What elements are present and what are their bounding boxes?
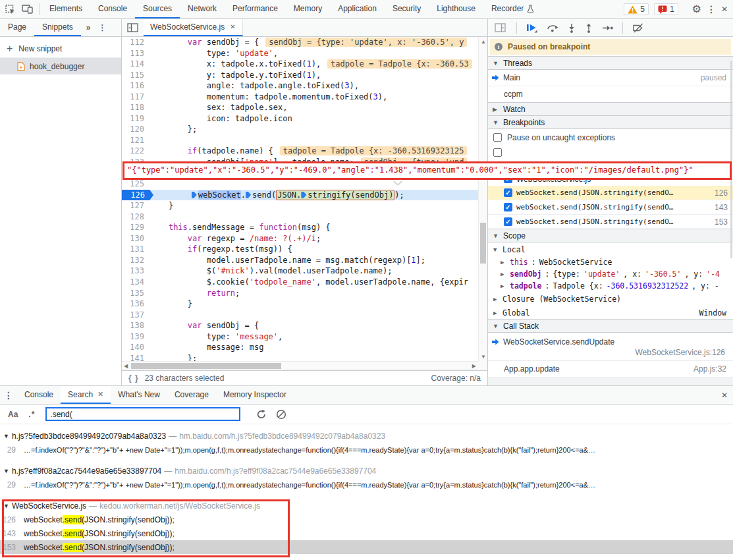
twisty-open-icon[interactable]: ▼ <box>3 468 9 474</box>
line-number[interactable]: 125 <box>122 179 149 190</box>
code-line[interactable]: 125 <box>122 179 487 190</box>
line-number[interactable]: 113 <box>122 48 149 59</box>
code-line[interactable]: 128 <box>122 211 487 223</box>
drawer-tab-what-s-new[interactable]: What's New <box>111 386 167 404</box>
line-number[interactable]: 112 <box>122 37 149 48</box>
code-line[interactable]: 135 return; <box>122 288 487 299</box>
code-lines[interactable]: 112 var sendObj = {sendObj = {type: 'upd… <box>122 37 487 361</box>
match-case-toggle[interactable]: Aa <box>8 410 18 419</box>
line-number[interactable]: 122 <box>122 146 149 157</box>
inline-step-marker-icon[interactable] <box>192 192 197 198</box>
search-match-row[interactable]: 29…=f.indexOf("?")?"&":"?")+"b"+ +new Da… <box>0 443 733 457</box>
navigator-tab-page[interactable]: Page <box>0 19 34 36</box>
horizontal-scroll-thumb[interactable] <box>131 363 281 369</box>
search-match-row[interactable]: 29…=f.indexOf("?")?"&":"?")+"b"+ +new Da… <box>0 478 733 491</box>
breakpoint-file-group[interactable]: ✓ WebSocketService.js <box>488 179 733 186</box>
call-stack-frame[interactable]: App.app.updateApp.js:32 <box>488 360 733 378</box>
code-line[interactable]: 130 var regexp = /name: ?(.+)/i; <box>122 233 487 244</box>
breakpoint-entry[interactable]: ✓webSocket.send(JSON.stringify(sendO…153 <box>488 215 733 229</box>
settings-icon[interactable]: ⚙ <box>692 4 701 14</box>
code-line[interactable]: 114 x: tadpole.x.toFixed(1),tadpole = Ta… <box>122 59 487 70</box>
code-line[interactable]: 115 y: tadpole.y.toFixed(1), <box>122 70 487 81</box>
snippet-item[interactable]: hook_debugger <box>0 58 121 74</box>
clear-search-icon[interactable] <box>276 409 286 420</box>
line-number[interactable]: 117 <box>122 92 149 103</box>
hide-navigator-icon[interactable] <box>122 19 144 36</box>
step-over-icon[interactable] <box>547 23 558 32</box>
twisty-closed-icon[interactable]: ▶ <box>493 296 499 302</box>
more-options-icon[interactable]: ⋮ <box>707 5 716 14</box>
tab-memory[interactable]: Memory <box>286 0 330 18</box>
scroll-down-icon[interactable]: ▼ <box>479 354 488 360</box>
code-line[interactable]: 112 var sendObj = {sendObj = {type: 'upd… <box>122 37 487 48</box>
breakpoint-entry[interactable]: ✓webSocket.send(JSON.stringify(sendO…143 <box>488 200 733 215</box>
search-result-file-header[interactable]: ▼h.js?eff9f08a2cac7544e9a6e65e33897704 —… <box>0 464 733 478</box>
line-number[interactable]: 138 <box>122 320 149 331</box>
search-input[interactable] <box>45 407 240 421</box>
format-code-icon[interactable]: { } <box>128 374 139 383</box>
line-number[interactable]: 118 <box>122 102 149 113</box>
checkbox-checked-icon[interactable]: ✓ <box>504 203 512 211</box>
code-line[interactable]: 119 icon: tadpole.icon <box>122 113 487 125</box>
code-line[interactable]: 113 type: 'update', <box>122 48 487 59</box>
watch-section-header[interactable]: ▶ Watch <box>488 102 733 116</box>
search-match-row[interactable]: 126webSocket.send(JSON.stringify(sendObj… <box>0 513 733 526</box>
code-line[interactable]: 141 }; <box>122 353 487 361</box>
line-number[interactable]: 121 <box>122 135 149 146</box>
inspect-element-icon[interactable] <box>5 5 15 14</box>
line-number[interactable]: 133 <box>122 266 149 277</box>
code-line[interactable]: 133 $('#nick').val(model.userTadpole.nam… <box>122 266 487 277</box>
twisty-open-icon[interactable]: ▼ <box>3 503 9 509</box>
line-number[interactable]: 132 <box>122 255 149 266</box>
pause-on-uncaught-checkbox-row[interactable]: Pause on uncaught exceptions <box>488 129 733 146</box>
code-line[interactable]: 137 <box>122 310 487 321</box>
line-number[interactable]: 130 <box>122 233 149 244</box>
twisty-closed-icon[interactable]: ▶ <box>501 283 506 289</box>
close-devtools-icon[interactable]: ✕ <box>721 5 728 13</box>
code-line[interactable]: 116 angle: tadpole.angle.toFixed(3), <box>122 80 487 92</box>
checkbox-unchecked-icon[interactable] <box>493 133 502 142</box>
panel-scrollbar[interactable] <box>730 61 732 258</box>
close-drawer-icon[interactable]: ✕ <box>721 386 728 404</box>
tab-elements[interactable]: Elements <box>41 0 90 18</box>
code-line[interactable]: 118 sex: tadpole.sex, <box>122 102 487 113</box>
close-tab-icon[interactable]: ✕ <box>230 24 235 30</box>
code-line[interactable]: 140 message: msg <box>122 342 487 353</box>
search-match-row[interactable]: 143webSocket.send(JSON.stringify(sendObj… <box>0 526 733 540</box>
code-line[interactable]: 127 } <box>122 200 487 211</box>
drawer-more-icon[interactable]: ⋮ <box>0 386 17 404</box>
search-result-file-header[interactable]: ▼h.js?5fedb3bdce89499492c079ab4a8a0323 —… <box>0 430 733 443</box>
code-line[interactable]: 132 model.userTadpole.name = msg.match(r… <box>122 255 487 266</box>
scope-row[interactable]: ▼Local <box>488 242 733 256</box>
call-stack-section-header[interactable]: ▼ Call Stack <box>488 319 733 333</box>
line-number[interactable]: 116 <box>122 80 149 92</box>
line-number[interactable]: 141 <box>122 353 149 361</box>
line-number[interactable]: 114 <box>122 59 149 70</box>
scroll-right-icon[interactable]: ▶ <box>472 362 476 370</box>
threads-section-header[interactable]: ▼ Threads <box>488 56 733 70</box>
scope-row[interactable]: ▶GlobalWindow <box>488 306 733 320</box>
scroll-up-icon[interactable]: ▲ <box>479 39 488 45</box>
twisty-closed-icon[interactable]: ▶ <box>501 259 506 266</box>
editor-horizontal-scrollbar[interactable]: ◀ ▶ <box>122 361 478 370</box>
overflow-tabs-icon[interactable]: » <box>86 24 91 32</box>
line-number[interactable]: 137 <box>122 310 149 321</box>
line-number[interactable]: 140 <box>122 342 149 353</box>
drawer-tab-coverage[interactable]: Coverage <box>167 386 216 404</box>
breakpoints-section-header[interactable]: ▼ Breakpoints <box>488 115 733 129</box>
tab-security[interactable]: Security <box>385 0 429 18</box>
twisty-closed-icon[interactable]: ▶ <box>501 271 506 277</box>
checkbox-checked-icon[interactable]: ✓ <box>504 217 512 226</box>
tab-performance[interactable]: Performance <box>225 0 286 18</box>
line-number[interactable]: 128 <box>122 211 149 223</box>
issues-badge[interactable]: 1 <box>654 3 678 15</box>
step-into-icon[interactable] <box>568 23 576 33</box>
scope-row[interactable]: ▶this: WebSocketService <box>488 256 733 268</box>
scope-row[interactable]: ▶sendObj: {type: 'update', x: '-360.5', … <box>488 268 733 280</box>
line-number[interactable]: 119 <box>122 113 149 125</box>
line-number[interactable]: 127 <box>122 200 149 211</box>
regex-toggle[interactable]: .* <box>28 410 35 419</box>
navigator-more-icon[interactable]: ⋮ <box>98 24 106 32</box>
scope-section-header[interactable]: ▼ Scope <box>488 229 733 242</box>
line-number[interactable]: 136 <box>122 298 149 310</box>
